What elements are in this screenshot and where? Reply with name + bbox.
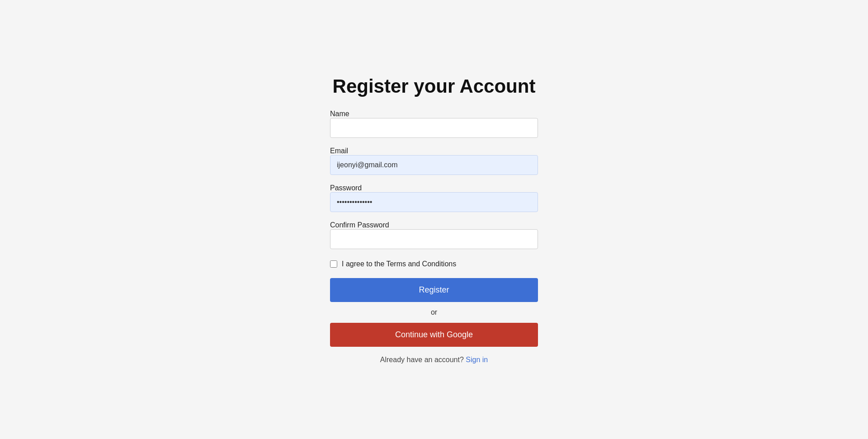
or-divider: or — [330, 308, 538, 316]
name-input[interactable] — [330, 118, 538, 138]
register-form: Register your Account Name Email Passwor… — [330, 76, 538, 364]
confirm-password-label: Confirm Password — [330, 221, 389, 229]
confirm-password-input[interactable] — [330, 229, 538, 249]
terms-label: I agree to the Terms and Conditions — [342, 260, 456, 268]
email-input[interactable] — [330, 155, 538, 175]
name-label: Name — [330, 110, 349, 118]
terms-checkbox-row: I agree to the Terms and Conditions — [330, 260, 538, 268]
confirm-password-field-group: Confirm Password — [330, 221, 538, 249]
signin-link[interactable]: Sign in — [466, 356, 488, 363]
register-button[interactable]: Register — [330, 278, 538, 302]
google-button[interactable]: Continue with Google — [330, 323, 538, 347]
signin-row: Already have an account? Sign in — [330, 356, 538, 364]
password-label: Password — [330, 184, 362, 192]
page-title: Register your Account — [330, 76, 538, 97]
name-field-group: Name — [330, 110, 538, 138]
terms-checkbox[interactable] — [330, 260, 337, 268]
password-field-group: Password — [330, 184, 538, 212]
signin-text: Already have an account? — [380, 356, 464, 363]
password-input[interactable] — [330, 192, 538, 212]
email-label: Email — [330, 147, 348, 155]
email-field-group: Email — [330, 147, 538, 175]
